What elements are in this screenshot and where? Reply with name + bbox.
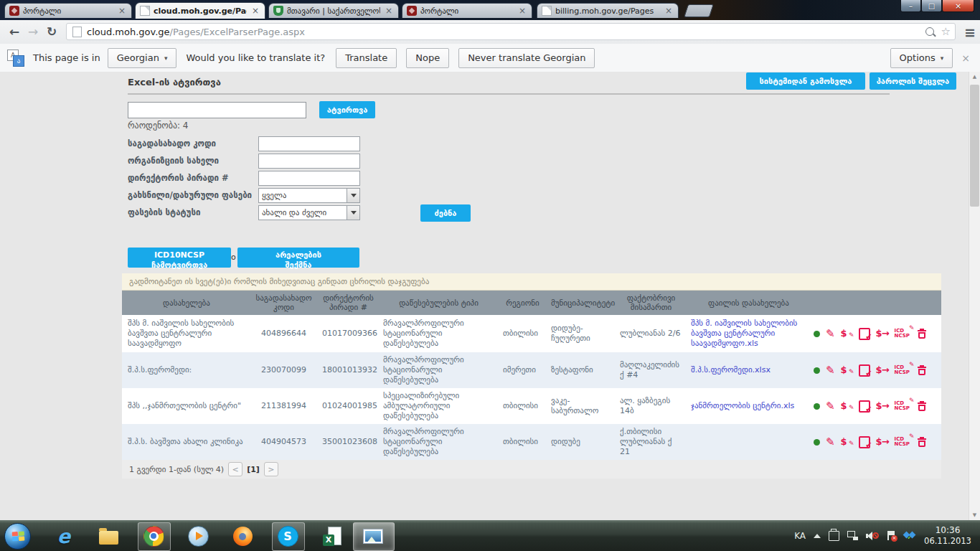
- network-icon[interactable]: [847, 531, 858, 540]
- next-page-button[interactable]: >: [264, 462, 278, 476]
- reload-icon[interactable]: ↻: [43, 23, 60, 40]
- edit-icon[interactable]: ✎: [826, 402, 835, 410]
- delete-trash-icon[interactable]: [918, 329, 926, 339]
- start-button[interactable]: [4, 523, 31, 550]
- language-indicator[interactable]: KA: [794, 531, 806, 541]
- approve-document-icon[interactable]: ✔: [859, 436, 870, 448]
- file-link[interactable]: შპს მ. იაშვილის სახელობის ბავშვთა ცენტრა…: [691, 319, 797, 348]
- volume-muted-icon[interactable]: [866, 531, 879, 541]
- icd-ncsp-edit-icon[interactable]: ICDNCSP✎: [895, 437, 912, 447]
- url-bar[interactable]: cloud.moh.gov.ge /Pages/ExcelParserPage.…: [66, 23, 956, 40]
- browser-tab-portal-2[interactable]: პორტალი ×: [402, 3, 532, 18]
- show-hidden-icons[interactable]: [814, 534, 821, 538]
- tab-close-icon[interactable]: ×: [664, 7, 674, 14]
- areas-create-button[interactable]: არეალების შექმნა: [237, 248, 359, 268]
- translate-button[interactable]: Translate: [336, 48, 397, 68]
- price-send-icon[interactable]: $→: [876, 329, 889, 339]
- price-edit-icon[interactable]: $✎: [841, 365, 853, 375]
- options-dropdown[interactable]: Options ▾: [890, 48, 953, 68]
- minimize-button[interactable]: –: [900, 0, 921, 12]
- icd10ncsp-download-button[interactable]: ICD10NCSP ჩამოტვირთვა: [128, 248, 231, 268]
- taskbar-media-player-icon[interactable]: [186, 524, 210, 548]
- language-dropdown[interactable]: Georgian ▾: [108, 48, 177, 68]
- browser-tab-cloud-active[interactable]: cloud.moh.gov.ge/Pages/ ×: [135, 2, 265, 19]
- search-button[interactable]: ძებნა: [420, 204, 471, 222]
- col-institution-type[interactable]: დაწესებულების ტიპი: [379, 296, 499, 311]
- close-translate-bar-icon[interactable]: ×: [961, 52, 970, 64]
- region: თბილისი: [499, 434, 547, 450]
- nope-button[interactable]: Nope: [406, 48, 449, 68]
- price-edit-icon[interactable]: $✎: [841, 437, 853, 447]
- edit-icon[interactable]: ✎: [826, 438, 835, 446]
- taskbar-skype-icon[interactable]: S: [275, 524, 300, 548]
- chevron-down-icon[interactable]: [347, 189, 359, 202]
- col-municipality[interactable]: მუნიციპალიტეტი: [547, 296, 616, 311]
- tab-close-icon[interactable]: ×: [250, 7, 260, 14]
- scrollbar-thumb[interactable]: [970, 85, 979, 207]
- price-status-select[interactable]: ახალი და ძველი: [258, 205, 360, 220]
- price-send-icon[interactable]: $→: [876, 401, 889, 411]
- chevron-down-icon[interactable]: [347, 206, 359, 220]
- tab-close-icon[interactable]: ×: [384, 7, 394, 14]
- approve-document-icon[interactable]: ✔: [859, 364, 870, 377]
- price-send-icon[interactable]: $→: [876, 437, 889, 447]
- taskbar-explorer-icon[interactable]: [96, 524, 121, 548]
- org-name-input[interactable]: [258, 154, 360, 169]
- change-password-button[interactable]: პაროლის შეცვლა: [870, 72, 956, 90]
- scroll-up-icon[interactable]: ▲: [971, 74, 979, 80]
- dropbox-icon[interactable]: ✓: [904, 531, 915, 541]
- edit-icon[interactable]: ✎: [826, 366, 835, 375]
- logout-button[interactable]: სისტემიდან გამოსვლა: [746, 72, 865, 90]
- taskbar-firefox-icon[interactable]: [230, 524, 255, 548]
- price-edit-icon[interactable]: $✎: [841, 401, 853, 411]
- tab-close-icon[interactable]: ×: [517, 7, 527, 14]
- browser-tab-billing[interactable]: billing.moh.gov.ge/Pages ×: [537, 3, 679, 18]
- action-center-flag-icon[interactable]: ×: [887, 531, 896, 541]
- price-send-icon[interactable]: $→: [876, 365, 889, 375]
- taskbar-ie-icon[interactable]: e: [52, 524, 76, 548]
- file-link[interactable]: ჯანმრთელობის ცენტრი.xls: [691, 401, 794, 410]
- col-tax-code[interactable]: საგადასახადო კოდი: [250, 291, 318, 315]
- approve-document-icon[interactable]: ✔: [859, 328, 870, 340]
- chrome-menu-icon[interactable]: ≡: [964, 24, 976, 40]
- col-region[interactable]: რეგიონი: [499, 296, 547, 311]
- back-icon[interactable]: ←: [6, 23, 23, 40]
- forward-icon[interactable]: →: [24, 23, 42, 40]
- taskbar-image-viewer-icon[interactable]: [361, 524, 385, 548]
- scroll-down-icon[interactable]: ▼: [971, 512, 979, 518]
- bookmark-star-icon[interactable]: ☆: [941, 28, 951, 35]
- browser-tab-mtavari[interactable]: მთავარი | საქართველოს ×: [268, 3, 399, 18]
- remove-hardware-icon[interactable]: [829, 531, 839, 541]
- edit-icon[interactable]: ✎: [826, 329, 835, 338]
- new-tab-button[interactable]: [684, 4, 714, 17]
- approve-document-icon[interactable]: ✔: [859, 400, 870, 413]
- tax-code-input[interactable]: [258, 136, 360, 151]
- file-upload-input[interactable]: [128, 102, 306, 118]
- col-file-name[interactable]: ფაილის დასახელება: [687, 296, 811, 311]
- upload-button[interactable]: ატვირთვა: [319, 101, 375, 118]
- col-name[interactable]: დასახელება: [122, 296, 250, 311]
- col-director-id[interactable]: დირექტორის პირადი #: [318, 291, 379, 315]
- maximize-button[interactable]: □: [921, 0, 942, 12]
- open-closed-prices-select[interactable]: ყველა: [258, 188, 360, 203]
- browser-tab-portal-1[interactable]: პორტალი ×: [4, 3, 132, 18]
- taskbar-clock[interactable]: 10:36 06.11.2013: [923, 525, 973, 547]
- file-link[interactable]: შ.პ.ს.ფერომედი.xlsx: [691, 365, 771, 375]
- taskbar-chrome-icon[interactable]: [141, 524, 166, 548]
- col-address[interactable]: ფაქტობრივი მისამართი: [616, 291, 687, 315]
- never-translate-button[interactable]: Never translate Georgian: [458, 48, 595, 68]
- icd-ncsp-edit-icon[interactable]: ICDNCSP✎: [895, 401, 912, 411]
- prev-page-button[interactable]: <: [228, 462, 242, 476]
- close-window-button[interactable]: ×: [942, 0, 974, 12]
- icd-ncsp-edit-icon[interactable]: ICDNCSP✎: [895, 365, 912, 375]
- icd-ncsp-edit-icon[interactable]: ICDNCSP✎: [895, 329, 912, 339]
- search-icon[interactable]: [925, 27, 934, 36]
- delete-trash-icon[interactable]: [918, 365, 926, 375]
- tab-close-icon[interactable]: ×: [117, 7, 127, 14]
- price-edit-icon[interactable]: $✎: [841, 329, 853, 339]
- delete-trash-icon[interactable]: [918, 401, 926, 411]
- delete-trash-icon[interactable]: [918, 437, 926, 447]
- taskbar-excel-icon[interactable]: X: [320, 524, 344, 548]
- vertical-scrollbar[interactable]: ▲ ▼: [969, 72, 980, 520]
- director-id-input[interactable]: [258, 171, 360, 186]
